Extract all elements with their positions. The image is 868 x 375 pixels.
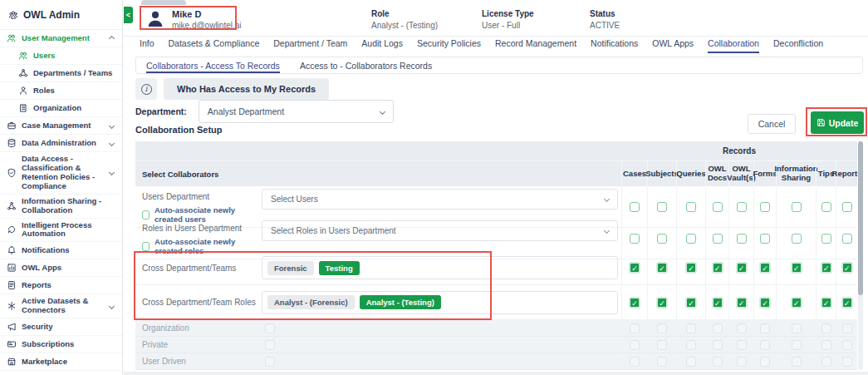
checkbox-forms[interactable] <box>760 234 770 244</box>
sidebar-item-data-administration[interactable]: Data Administration <box>0 135 122 152</box>
checkbox-tips[interactable]: ✓ <box>821 297 832 308</box>
checkbox-subjects[interactable] <box>657 202 667 212</box>
sidebar-item-owl-apps[interactable]: OWL Apps <box>0 259 122 277</box>
checkbox-owl-vault-s[interactable] <box>737 202 747 212</box>
sidebar-item-organization[interactable]: Organization <box>0 100 122 117</box>
row-field-cell <box>262 337 621 353</box>
sidebar-item-data-access-classification-retention-policies-compliance[interactable]: Data Access - Classification & Retention… <box>0 152 122 195</box>
checkbox-forms[interactable]: ✓ <box>759 262 771 274</box>
checkbox-queries[interactable] <box>686 234 696 244</box>
checkbox-subjects[interactable]: ✓ <box>656 262 668 274</box>
checkbox-owl-vault-s[interactable]: ✓ <box>736 297 748 308</box>
checkbox-owl-docs[interactable] <box>713 202 723 212</box>
record-cell <box>836 337 857 353</box>
checkbox-cases[interactable]: ✓ <box>629 262 640 274</box>
checkbox-owl-docs[interactable]: ✓ <box>712 262 723 274</box>
tab-deconfliction[interactable]: Deconfliction <box>773 38 823 52</box>
tag-analyst-forensic[interactable]: Analyst - (Forensic) <box>267 295 355 309</box>
row-field-cell <box>262 320 621 337</box>
tab-owl-apps[interactable]: OWL Apps <box>652 38 694 52</box>
sidebar-item-departments-teams[interactable]: Departments / Teams <box>0 65 122 82</box>
cancel-button[interactable]: Cancel <box>748 114 796 134</box>
info-icon[interactable] <box>135 78 157 100</box>
update-button[interactable]: Update <box>811 111 864 134</box>
tags-field-cross-department-teams[interactable]: ForensicTesting <box>262 256 618 279</box>
column-header-cases: Cases <box>621 161 647 186</box>
sidebar-item-active-datasets-connectors[interactable]: Active Datasets & Connectors <box>0 294 122 318</box>
sidebar-item-information-sharing-collaboration[interactable]: Information Sharing - Collaboration <box>0 195 122 219</box>
tab-datasets-compliance[interactable]: Datasets & Compliance <box>169 38 260 52</box>
checkbox-information-sharing[interactable] <box>792 202 802 212</box>
checkbox-owl-docs[interactable] <box>713 234 723 244</box>
sidebar-item-label: Organization <box>33 104 81 113</box>
checkbox-cases[interactable]: ✓ <box>629 297 640 308</box>
checkbox-tips[interactable]: ✓ <box>821 262 832 274</box>
checkbox-tips[interactable] <box>821 202 831 212</box>
tags-field-cross-department-team-roles[interactable]: Analyst - (Forensic)Analyst - (Testing) <box>262 291 618 314</box>
checkbox-forms[interactable] <box>760 202 770 212</box>
tag-analyst-testing[interactable]: Analyst - (Testing) <box>360 295 441 309</box>
checkbox-cases[interactable] <box>630 202 640 212</box>
chevron-down-icon <box>380 108 385 114</box>
record-cell: ✓ <box>676 285 705 320</box>
sidebar-item-marketplace[interactable]: Marketplace <box>0 353 122 371</box>
group-header-spacer <box>135 141 621 160</box>
checkbox-queries[interactable] <box>686 202 696 212</box>
checkbox-information-sharing[interactable] <box>792 234 802 244</box>
sidebar-item-label: Departments / Teams <box>33 69 112 78</box>
sidebar-item-intelligent-process-automation[interactable]: Intelligent Process Automation <box>0 219 122 243</box>
table-scrollbar[interactable] <box>858 141 863 370</box>
record-cell <box>621 353 647 370</box>
subtab-access-to-collaborators-records[interactable]: Access to - Collaborators Records <box>300 57 432 73</box>
scrollbar-thumb[interactable] <box>858 141 863 295</box>
checkbox-reports[interactable]: ✓ <box>841 297 853 308</box>
sidebar-item-subscriptions[interactable]: Subscriptions <box>0 336 122 353</box>
checkbox-reports[interactable]: ✓ <box>841 262 853 274</box>
checkbox-cases <box>630 340 640 350</box>
checkbox-reports[interactable] <box>842 202 852 212</box>
checkbox-queries[interactable]: ✓ <box>685 297 697 308</box>
tab-info[interactable]: Info <box>140 38 154 52</box>
sidebar-item-notifications[interactable]: Notifications <box>0 242 122 259</box>
checkbox-owl-vault-s[interactable] <box>737 234 747 244</box>
reports-icon <box>7 280 17 290</box>
checkbox-owl-vault-s[interactable]: ✓ <box>736 262 748 274</box>
checkbox-subjects[interactable]: ✓ <box>656 297 668 308</box>
tag-forensic[interactable]: Forensic <box>267 261 314 275</box>
sidebar-item-reports[interactable]: Reports <box>0 277 122 294</box>
sidebar-item-case-management[interactable]: Case Management <box>0 117 122 135</box>
select-dropdown-roles-in-users-department[interactable]: Select Roles in Users Department <box>262 220 618 241</box>
row-field-cell <box>262 353 621 370</box>
sidebar-item-user-management[interactable]: User Management <box>0 30 122 47</box>
tab-notifications[interactable]: Notifications <box>591 38 638 52</box>
department-select[interactable]: Analyst Department <box>199 100 394 123</box>
datasets-icon <box>7 301 17 311</box>
sidebar-item-roles[interactable]: Roles <box>0 82 122 100</box>
checkbox-subjects <box>657 340 667 350</box>
checkbox-information-sharing[interactable]: ✓ <box>791 297 802 308</box>
tab-collaboration[interactable]: Collaboration <box>708 38 759 53</box>
record-cell: ✓ <box>621 285 647 320</box>
tab-security-policies[interactable]: Security Policies <box>417 38 481 52</box>
sidebar-item-users[interactable]: Users <box>0 47 122 65</box>
subtab-collaborators-access-to-records[interactable]: Collaborators - Access To Records <box>146 57 280 73</box>
tab-record-management[interactable]: Record Management <box>495 38 576 52</box>
checkbox-information-sharing[interactable]: ✓ <box>791 262 802 274</box>
checkbox-forms[interactable]: ✓ <box>759 297 771 308</box>
tag-testing[interactable]: Testing <box>319 261 360 275</box>
tab-department-team[interactable]: Department / Team <box>273 38 347 52</box>
checkbox-tips[interactable] <box>821 234 831 244</box>
who-has-access-button[interactable]: Who Has Access to My Records <box>164 78 329 100</box>
tab-audit-logs[interactable]: Audit Logs <box>361 38 403 52</box>
sidebar-item-security[interactable]: Security <box>0 318 122 336</box>
checkbox-owl-docs[interactable]: ✓ <box>712 297 723 308</box>
checkbox-reports[interactable] <box>842 234 852 244</box>
column-header-reports: Reports <box>836 161 857 186</box>
checkbox-queries[interactable]: ✓ <box>685 262 697 274</box>
select-dropdown-users-department[interactable]: Select Users <box>262 189 618 210</box>
select-collaborators-header: Select Collaborators <box>135 161 621 186</box>
user-avatar-icon <box>145 9 165 29</box>
auto-associate-checkbox[interactable] <box>142 242 150 251</box>
checkbox-cases[interactable] <box>630 234 640 244</box>
checkbox-subjects[interactable] <box>657 234 667 244</box>
